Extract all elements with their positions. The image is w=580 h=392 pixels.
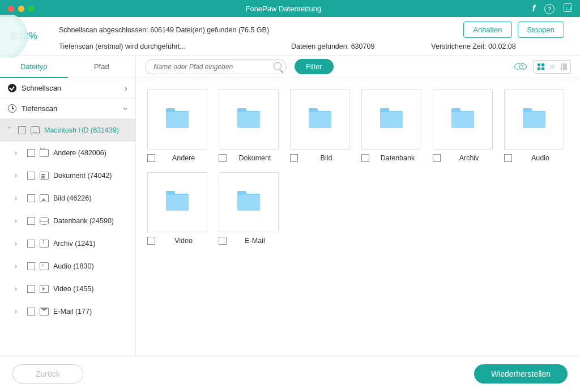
chevron-right-icon: › [15,285,23,293]
help-icon[interactable] [544,3,555,14]
window-controls [8,6,35,12]
disk-label: Macintosh HD (631439) [44,126,119,134]
checkbox[interactable] [147,237,155,245]
save-icon[interactable] [564,3,572,12]
tab-path[interactable]: Pfad [68,56,136,78]
tree-item-dokument[interactable]: › Dokument (74042) [0,164,135,187]
folder-card-datenbank[interactable]: Datenbank [361,90,421,162]
tree-item-label: Bild (46226) [53,194,91,202]
file-tree: › Macintosh HD (631439) › Andere (482006… [0,119,135,356]
view-mode-switch [534,60,571,74]
disk-icon [31,126,40,134]
tree-item-datenbank[interactable]: › Datenbank (24590) [0,210,135,232]
recover-button[interactable]: Wiederherstellen [474,364,568,384]
tree-item-audio[interactable]: › Audio (1830) [0,255,135,278]
zoom-icon[interactable] [28,6,35,12]
content-toolbar: Filter [136,56,580,78]
elapsed-time: Verstrichene Zeit: 00:02:08 [431,42,515,50]
chevron-right-icon: › [15,262,23,270]
folder-card-bild[interactable]: Bild [290,90,350,162]
chevron-right-icon: › [15,308,23,316]
checkbox[interactable] [504,154,512,162]
checkbox[interactable] [219,154,227,162]
tree-item-bild[interactable]: › Bild (46226) [0,187,135,210]
checkbox[interactable] [27,217,35,225]
chevron-right-icon: › [125,84,127,93]
checkbox[interactable] [18,126,26,134]
checkbox[interactable] [27,308,35,316]
tree-item-video[interactable]: › Video (1455) [0,278,135,300]
quickscan-section[interactable]: Schnellscan › [0,78,135,99]
folder-card-dokument[interactable]: Dokument [219,90,279,162]
status-line-2: Tiefenscan (erstmal) wird durchgeführt..… [59,42,246,50]
video-icon [40,285,49,293]
folder-label: E-Mail [231,237,279,245]
app-title: FonePaw Datenrettung [35,5,532,13]
checkbox[interactable] [27,194,35,202]
mail-icon [40,308,49,316]
chevron-down-icon: › [6,126,14,134]
folder-card-video[interactable]: Video [147,172,207,245]
folder-icon [166,111,189,128]
folder-card-email[interactable]: E-Mail [219,172,279,245]
checkbox[interactable] [219,237,227,245]
close-icon[interactable] [8,6,14,12]
filter-button[interactable]: Filter [295,59,334,74]
checkbox[interactable] [290,154,298,162]
pause-button[interactable]: Anhalten [463,22,511,38]
archive-icon [40,240,49,248]
checkbox[interactable] [27,262,35,270]
tree-item-label: Andere (482006) [53,149,106,157]
search-input[interactable] [145,59,287,74]
preview-icon[interactable] [514,63,527,70]
grid-view-button[interactable] [535,62,547,72]
checkbox[interactable] [433,154,441,162]
folder-label: Datenbank [374,154,421,162]
back-button[interactable]: Zurück [12,364,83,384]
chevron-right-icon: › [15,217,23,225]
folder-card-archiv[interactable]: Archiv [433,90,493,162]
checkbox[interactable] [147,154,155,162]
chevron-right-icon: › [15,240,23,248]
status-bar: 6.12% Schnellscan abgeschlossen: 606149 … [0,17,580,56]
search-field [145,59,287,74]
checkbox[interactable] [27,172,35,180]
chevron-down-icon: › [122,107,131,110]
folder-icon [40,149,49,157]
folder-card-audio[interactable]: Audio [504,90,564,162]
folder-label: Video [160,237,207,245]
column-view-button[interactable] [558,62,569,72]
list-view-button[interactable] [547,62,558,72]
checkbox[interactable] [27,240,35,248]
check-icon [8,84,16,92]
tree-item-archiv[interactable]: › Archiv (1241) [0,232,135,255]
deepscan-section[interactable]: Tiefenscan › [0,99,135,119]
facebook-icon[interactable] [532,3,535,14]
tree-item-label: Dokument (74042) [53,172,112,180]
content-panel: Filter Andere Dokument Bild [136,56,580,356]
tab-filetype[interactable]: Dateityp [0,56,68,78]
folder-icon [237,111,260,128]
titlebar: FonePaw Datenrettung [0,0,580,17]
folder-icon [523,111,545,128]
folder-card-andere[interactable]: Andere [147,90,207,162]
tree-item-andere[interactable]: › Andere (482006) [0,142,135,164]
title-actions [532,3,572,14]
deepscan-label: Tiefenscan [22,104,57,113]
folder-icon [451,111,474,128]
tree-item-email[interactable]: › E-Mail (177) [0,300,135,323]
minimize-icon[interactable] [18,6,24,12]
stop-button[interactable]: Stoppen [518,22,564,38]
search-icon [274,62,282,70]
folder-label: Andere [160,154,207,162]
folder-label: Audio [517,154,564,162]
files-found: Dateien gefunden: 630709 [291,42,374,50]
tree-item-label: Audio (1830) [53,262,94,270]
chevron-right-icon: › [15,194,23,202]
tree-disk[interactable]: › Macintosh HD (631439) [0,119,135,142]
document-icon [40,172,49,180]
checkbox[interactable] [27,149,35,157]
checkbox[interactable] [361,154,369,162]
audio-icon [40,262,49,270]
checkbox[interactable] [27,285,35,293]
